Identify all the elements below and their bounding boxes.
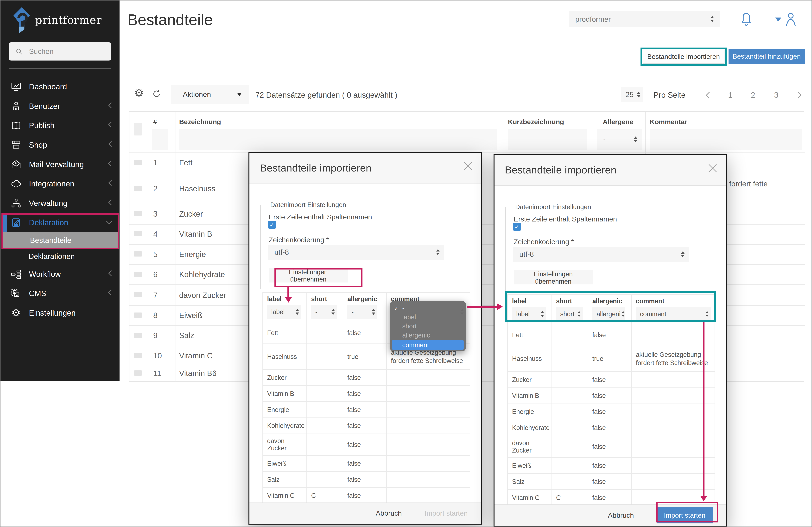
col-header-kommentar[interactable]: Kommentar xyxy=(650,118,687,126)
filter-kurzbezeichnung-input[interactable] xyxy=(508,129,587,150)
profile-icon[interactable] xyxy=(784,11,798,27)
map-select-value: - xyxy=(315,308,317,316)
brand-logo[interactable]: printformer xyxy=(13,7,102,34)
col-header-bezeichnung[interactable]: Bezeichnung xyxy=(179,118,221,126)
first-row-label: Erste Zeile enthält Spaltennamen xyxy=(269,213,372,221)
actions-dropdown[interactable]: Aktionen xyxy=(171,85,249,104)
row-checkbox[interactable] xyxy=(134,292,142,297)
sidebar-subitem-bestandteile[interactable]: Bestandteile xyxy=(2,232,118,249)
pagination-page-2[interactable]: 2 xyxy=(751,91,755,100)
map-select-label[interactable]: label xyxy=(267,305,301,319)
refresh-icon[interactable] xyxy=(152,89,162,99)
active-item-bar xyxy=(3,213,7,232)
map-cell xyxy=(632,458,715,474)
map-col-allergenic: allergenic - xyxy=(343,292,387,322)
search-input[interactable] xyxy=(28,47,102,56)
table-settings-gear-icon[interactable]: ⚙ xyxy=(134,88,144,98)
apply-settings-button[interactable]: Einstellungen übernehmen xyxy=(269,268,348,282)
row-checkbox[interactable] xyxy=(134,211,142,216)
map-cell: Vitamin B xyxy=(262,386,307,402)
row-checkbox[interactable] xyxy=(134,313,142,318)
start-import-button[interactable]: Import starten xyxy=(657,507,713,524)
filter-allergene-select[interactable]: - xyxy=(597,129,641,150)
sidebar-item-mail-verwaltung[interactable]: Mail Verwaltung xyxy=(0,155,119,174)
map-select-comment[interactable]: comment xyxy=(636,307,711,321)
map-cell xyxy=(387,402,470,418)
dropdown-option-label[interactable]: label xyxy=(390,313,466,322)
filter-bezeichnung-input[interactable] xyxy=(179,129,497,150)
map-select-allergenic[interactable]: - xyxy=(347,305,377,319)
page-size-select[interactable]: 25 xyxy=(621,87,643,103)
sidebar-item-shop[interactable]: Shop xyxy=(0,135,119,155)
map-cell: false xyxy=(588,490,632,506)
encoding-select[interactable]: utf-8 xyxy=(268,245,444,260)
sidebar-item-benutzer[interactable]: Benutzer xyxy=(0,96,119,116)
sidebar: printformer Dashboard Benutzer Publish xyxy=(0,0,119,381)
pagination-page-3[interactable]: 3 xyxy=(774,91,779,100)
dropdown-option-allergenic[interactable]: allergenic xyxy=(390,331,466,340)
col-header-kurzbezeichnung[interactable]: Kurzbezeichnung xyxy=(508,118,564,126)
close-icon[interactable] xyxy=(707,162,718,174)
dropdown-option-dash[interactable]: ✓- xyxy=(390,304,466,313)
storefront-icon xyxy=(10,139,22,151)
row-checkbox[interactable] xyxy=(134,186,142,191)
first-row-checkbox[interactable]: ✓ xyxy=(268,221,276,229)
map-select-short[interactable]: short xyxy=(556,307,583,321)
sidebar-item-einstellungen[interactable]: ⚙ Einstellungen xyxy=(0,303,119,322)
map-cell: false xyxy=(588,436,632,458)
select-spinner-icon xyxy=(436,249,440,255)
row-checkbox[interactable] xyxy=(134,353,142,358)
map-cell xyxy=(552,404,588,420)
import-modal-1: Bestandteile importieren Datenimport Ein… xyxy=(248,152,482,525)
filter-kommentar-input[interactable] xyxy=(650,129,802,150)
sidebar-item-verwaltung[interactable]: Verwaltung xyxy=(0,193,119,213)
cancel-button[interactable]: Abbruch xyxy=(376,509,402,517)
modal-footer: Abbruch Import starten xyxy=(494,505,726,526)
map-select-label[interactable]: label xyxy=(512,307,546,321)
import-bestandteile-button[interactable]: Bestandteile importieren xyxy=(643,50,724,64)
notifications-bell-icon[interactable] xyxy=(740,12,753,26)
map-cell: aktuelle Gesetzgebung fordert fette Schr… xyxy=(632,346,715,372)
sidebar-subitem-deklarationen[interactable]: Deklarationen xyxy=(0,248,119,264)
filter-num-input[interactable] xyxy=(152,129,168,150)
sidebar-item-publish[interactable]: Publish xyxy=(0,116,119,135)
close-icon[interactable] xyxy=(462,160,474,172)
sidebar-item-label: Workflow xyxy=(29,270,61,278)
map-col-short: short short xyxy=(552,294,588,324)
sidebar-item-workflow[interactable]: Workflow xyxy=(0,264,119,284)
sidebar-item-cms[interactable]: CMS xyxy=(0,284,119,303)
dropdown-option-comment[interactable]: comment xyxy=(392,340,464,350)
pagination-prev-icon[interactable] xyxy=(705,91,711,99)
tenant-select[interactable]: prodformer xyxy=(569,11,720,27)
row-checkbox[interactable] xyxy=(134,160,142,165)
sidebar-search[interactable] xyxy=(9,42,111,61)
map-col-allergenic: allergenic allergenic xyxy=(588,294,632,324)
map-select-short[interactable]: - xyxy=(311,305,337,319)
add-bestandteil-button[interactable]: Bestandteil hinzufügen xyxy=(728,49,805,64)
encoding-select[interactable]: utf-8 xyxy=(513,246,689,261)
dropdown-option-short[interactable]: short xyxy=(390,322,466,331)
row-checkbox[interactable] xyxy=(134,333,142,338)
account-caret-icon[interactable] xyxy=(775,17,781,21)
col-header-allergene[interactable]: Allergene xyxy=(603,118,633,126)
first-row-checkbox[interactable]: ✓ xyxy=(513,223,521,231)
map-cell: Vitamin B xyxy=(507,388,552,404)
col-header-num[interactable]: # xyxy=(153,118,157,126)
first-row-label: Erste Zeile enthält Spaltennamen xyxy=(514,215,617,223)
select-all-checkbox[interactable] xyxy=(134,123,142,136)
pagination-next-icon[interactable] xyxy=(796,91,802,99)
pagination-page-1[interactable]: 1 xyxy=(728,91,733,100)
sidebar-item-integrationen[interactable]: Integrationen xyxy=(0,174,119,194)
sidebar-item-dashboard[interactable]: Dashboard xyxy=(0,77,119,96)
dashboard-icon xyxy=(10,80,22,93)
map-select-allergenic[interactable]: allergenic xyxy=(592,307,625,321)
sidebar-divider xyxy=(9,68,111,69)
row-checkbox[interactable] xyxy=(134,231,142,237)
cancel-button[interactable]: Abbruch xyxy=(608,511,634,520)
apply-settings-button[interactable]: Einstellungen übernehmen xyxy=(514,270,593,284)
row-checkbox[interactable] xyxy=(134,251,142,257)
row-name: Vitamin B xyxy=(179,230,212,239)
row-checkbox[interactable] xyxy=(134,371,142,376)
row-checkbox[interactable] xyxy=(134,272,142,277)
sidebar-item-deklaration[interactable]: Deklaration xyxy=(0,213,119,232)
